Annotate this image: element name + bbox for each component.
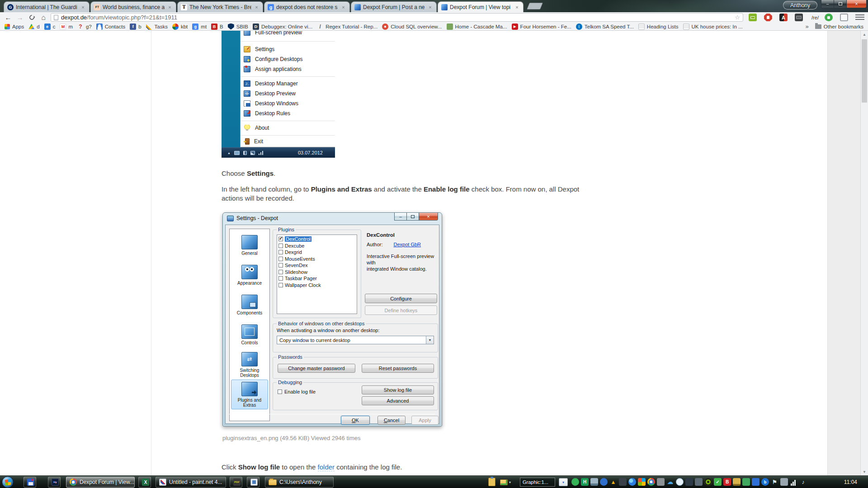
restore-button[interactable] [834,0,847,8]
tab-dexpot-post[interactable]: Dexpot Forum | Post a ne× [351,1,437,12]
sync-card-icon[interactable] [742,478,750,486]
profile-button[interactable]: Anthony [783,1,817,9]
chrome-menu-icon[interactable] [855,14,864,20]
bookmark-uk-house[interactable]: UK house prices: In ... [683,23,743,30]
extension-wallet-icon[interactable] [795,14,803,21]
taskbar-clock[interactable]: 11:04 [844,476,857,488]
display-settings-icon[interactable] [590,478,598,486]
back-button[interactable]: ← [3,12,14,23]
bookmark-debuggex[interactable]: DDebuggex: Online vi... [253,23,312,30]
onedrive-icon[interactable] [676,478,684,486]
vpn-icon[interactable] [600,478,608,486]
extension-feedback-icon[interactable] [825,14,833,21]
bookmark-telkom[interactable]: tTelkom SA Speed T... [576,23,634,30]
page-scrollbar[interactable]: ▲ ▼ [860,31,868,475]
tab-dexpot-viewtopic[interactable]: Dexpot Forum | View topi× [438,1,524,12]
power-plug-icon[interactable] [780,478,788,486]
cloud-sync-icon[interactable]: ☁ [666,478,674,486]
dialog-minimize-icon: – [394,213,407,221]
scroll-up-icon[interactable]: ▲ [861,31,868,38]
bookmark-regex[interactable]: /Regex Tutorial - Rep... [317,23,377,30]
taskbar-excel-button[interactable] [138,477,151,488]
bookmark-cloudsql[interactable]: Cloud SQL overview... [382,23,442,30]
taskbar-explorer-task[interactable]: C:\Users\Anthony [265,477,334,488]
remote-window-icon[interactable] [752,478,760,486]
new-tab-button[interactable] [527,3,543,9]
dexpot-deskband[interactable]: Graphic:1... [520,478,555,487]
clipboard-tool-icon[interactable] [488,478,495,486]
minimize-button[interactable]: – [821,0,834,8]
export-folder-icon[interactable]: ▾ [500,478,515,486]
taskbar-floppy-button[interactable] [24,477,36,488]
tab-close-icon[interactable]: × [80,5,86,10]
bookmark-cascade[interactable]: Home - Cascade Ma... [447,23,507,30]
tab-nyt[interactable]: TThe New York Times - Bre× [177,1,263,12]
tab-close-icon[interactable]: × [167,5,173,10]
close-button[interactable]: × [846,0,867,8]
extension-a-icon[interactable]: A [779,14,788,21]
bookmark-gmail[interactable]: Mm [60,23,73,30]
globe-icon[interactable] [628,478,636,486]
category-general: General [231,230,268,260]
b-app-icon[interactable]: B [723,478,731,486]
bookmark-mt[interactable]: gmt [192,23,207,30]
address-bar[interactable]: dexpot.de/forum/viewtopic.php?f=21&t=191… [51,13,743,22]
network-signal-icon[interactable] [790,478,797,486]
bookmark-kbt[interactable]: kbt [172,23,188,30]
volume-icon[interactable]: ♪ [799,478,807,486]
tab-google-search[interactable]: gdexpot does not restore s× [264,1,350,12]
chrome-tray-icon[interactable] [647,478,655,486]
tab-close-icon[interactable]: × [254,5,259,10]
tab-ft[interactable]: FTWorld business, finance a× [90,1,176,12]
tab-close-icon[interactable]: × [427,5,433,10]
home-button[interactable]: ⌂ [38,12,49,23]
extension-lastpass-icon[interactable] [749,14,757,21]
bookmark-youtube[interactable]: ▶Four Horsemen - Fe... [512,23,571,30]
bookmark-c[interactable]: ec [44,23,56,30]
folder-link[interactable]: folder [318,463,335,471]
extension-re-icon[interactable]: /re/ [808,14,822,21]
touch-input-icon[interactable] [695,478,703,486]
tab-close-icon[interactable]: × [340,5,346,10]
show-hidden-icons-button[interactable]: ▼ [559,478,568,486]
start-button[interactable] [2,476,14,488]
clipboard-manager-icon[interactable] [733,478,741,486]
bookmark-drive[interactable]: d [28,24,39,29]
extension-adblock-icon[interactable] [764,14,772,21]
taskbar-chrome-task[interactable]: Dexpot Forum | View... [66,477,135,488]
notifier-icon[interactable] [619,478,627,486]
evernote-icon[interactable] [571,478,579,486]
bookmark-b[interactable]: BB [211,23,223,30]
extension-window-icon[interactable] [840,14,848,21]
scrollbar-thumb[interactable] [862,39,867,103]
taskbar-app-button[interactable] [247,477,259,488]
h-app-icon[interactable]: H [581,478,589,486]
language-flag-icon[interactable]: ⚑ [771,478,778,486]
device-icon[interactable] [685,478,693,486]
taskbar-paintnet-task[interactable]: Untitled - paint.net 4... [156,477,226,488]
taskbar-pdf-button[interactable] [230,477,242,488]
bookmark-sbib[interactable]: SBIB [228,23,248,30]
forward-button[interactable]: → [14,12,25,23]
other-bookmarks-button[interactable]: Other bookmarks [815,24,863,29]
tab-guardian[interactable]: GInternational | The Guardi× [4,1,90,12]
window-titlebar: GInternational | The Guardi× FTWorld bus… [0,0,868,12]
nvidia-icon[interactable] [704,478,712,486]
bookmark-apps[interactable]: Apps [5,24,24,29]
bookmark-tasks[interactable]: Tasks [146,23,168,30]
monitor-tray-icon[interactable] [657,478,665,486]
bookmark-star-icon[interactable]: ☆ [735,14,740,21]
bookmarks-overflow-chevron[interactable]: » [806,23,809,30]
bookmark-contacts[interactable]: Contacts [96,23,125,30]
bluetooth-icon[interactable]: b [761,478,769,486]
antivirus-shield-icon[interactable]: ✓ [714,478,722,486]
scroll-down-icon[interactable]: ▼ [861,468,868,475]
windows-update-icon[interactable] [638,478,646,486]
tab-close-icon[interactable]: × [514,5,520,10]
bookmark-heading-lists[interactable]: Heading Lists [638,23,679,30]
google-drive-icon[interactable]: ▲ [609,478,617,486]
taskbar-terminal-button[interactable] [48,477,61,488]
bookmark-g[interactable]: ?g? [77,23,92,30]
reload-button[interactable] [26,12,37,23]
bookmark-facebook[interactable]: fb [130,23,141,30]
